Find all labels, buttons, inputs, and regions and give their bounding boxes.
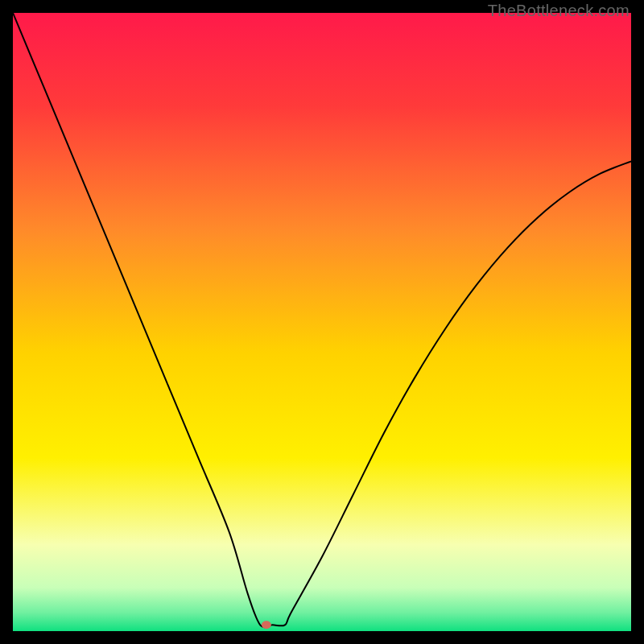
minimum-marker: [262, 621, 271, 629]
watermark-text: TheBottleneck.com: [488, 2, 630, 20]
plot-area: [13, 13, 631, 631]
chart-container: TheBottleneck.com: [0, 0, 644, 644]
curve-layer: [13, 13, 631, 631]
bottleneck-curve: [13, 13, 631, 627]
